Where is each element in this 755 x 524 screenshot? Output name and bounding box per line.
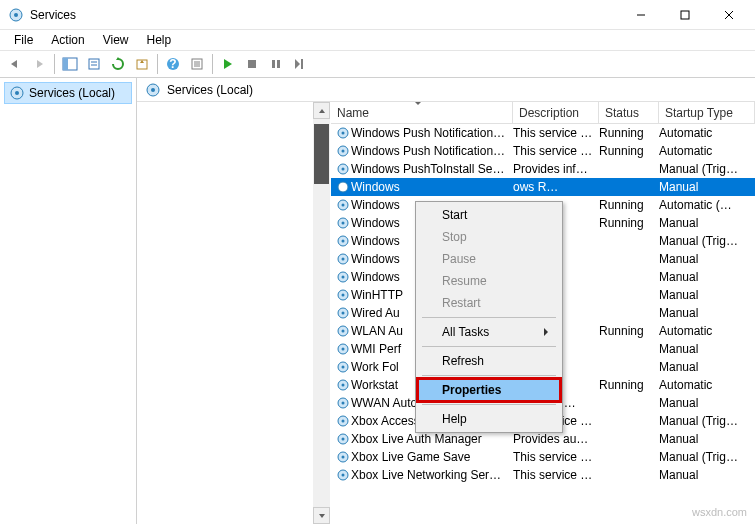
col-description[interactable]: Description <box>513 102 599 123</box>
context-start[interactable]: Start <box>418 204 560 226</box>
properties-toolbar-button[interactable] <box>186 53 208 75</box>
scroll-track[interactable] <box>313 119 330 507</box>
svg-point-51 <box>342 348 345 351</box>
menu-help[interactable]: Help <box>139 31 180 49</box>
cell-startup: Manual <box>659 468 755 482</box>
context-properties[interactable]: Properties <box>418 379 560 401</box>
gear-icon <box>331 269 351 285</box>
menu-file[interactable]: File <box>6 31 41 49</box>
scroll-up-button[interactable] <box>313 102 330 119</box>
svg-rect-3 <box>681 11 689 19</box>
cell-name: Windows PushToInstall Serv… <box>351 162 513 176</box>
close-button[interactable] <box>707 1 751 29</box>
gear-icon <box>331 359 351 375</box>
context-help[interactable]: Help <box>418 408 560 430</box>
pane-title: Services (Local) <box>167 83 253 97</box>
gear-icon <box>331 467 351 483</box>
scrollbar-v-left[interactable] <box>313 102 330 524</box>
service-row[interactable]: Xbox Live Networking ServiceThis service… <box>331 466 755 484</box>
context-separator <box>422 346 556 347</box>
context-menu: StartStopPauseResumeRestartAll TasksRefr… <box>415 201 563 433</box>
context-separator <box>422 375 556 376</box>
cell-status: Running <box>599 378 659 392</box>
context-pause: Pause <box>418 248 560 270</box>
svg-point-53 <box>342 366 345 369</box>
cell-name: Windows Push Notification… <box>351 126 513 140</box>
export-button[interactable] <box>131 53 153 75</box>
cell-status: Running <box>599 198 659 212</box>
toolbar-separator <box>157 54 158 74</box>
gear-icon <box>331 125 351 141</box>
svg-point-41 <box>342 258 345 261</box>
col-startup[interactable]: Startup Type <box>659 102 755 123</box>
pause-service-button[interactable] <box>265 53 287 75</box>
context-separator <box>422 404 556 405</box>
menu-view[interactable]: View <box>95 31 137 49</box>
svg-point-39 <box>342 240 345 243</box>
svg-point-35 <box>342 204 345 207</box>
back-button[interactable] <box>4 53 26 75</box>
minimize-button[interactable] <box>619 1 663 29</box>
svg-point-61 <box>342 438 345 441</box>
svg-point-29 <box>342 150 345 153</box>
svg-point-57 <box>342 402 345 405</box>
start-service-button[interactable] <box>217 53 239 75</box>
context-all-tasks[interactable]: All Tasks <box>418 321 560 343</box>
scroll-thumb[interactable] <box>314 124 329 184</box>
svg-point-31 <box>342 168 345 171</box>
service-row[interactable]: Windowsows R…Manual <box>331 178 755 196</box>
svg-point-25 <box>151 88 155 92</box>
context-refresh[interactable]: Refresh <box>418 350 560 372</box>
column-headers: Name Description Status Startup Type <box>331 102 755 124</box>
svg-point-45 <box>342 294 345 297</box>
maximize-button[interactable] <box>663 1 707 29</box>
cell-description: ows R… <box>513 180 599 194</box>
svg-point-59 <box>342 420 345 423</box>
service-row[interactable]: Windows PushToInstall Serv…Provides inf…… <box>331 160 755 178</box>
col-name[interactable]: Name <box>331 102 513 123</box>
col-status[interactable]: Status <box>599 102 659 123</box>
svg-rect-20 <box>277 60 280 68</box>
cell-startup: Manual <box>659 432 755 446</box>
service-row[interactable]: Windows Push Notification…This service …… <box>331 142 755 160</box>
tree-pane: Services (Local) <box>0 78 137 524</box>
context-separator <box>422 317 556 318</box>
toolbar-separator <box>54 54 55 74</box>
service-row[interactable]: Xbox Live Game SaveThis service …Manual … <box>331 448 755 466</box>
forward-button[interactable] <box>28 53 50 75</box>
gear-icon <box>331 197 351 213</box>
menu-action[interactable]: Action <box>43 31 92 49</box>
svg-rect-19 <box>272 60 275 68</box>
cell-name: Windows <box>351 180 513 194</box>
services-app-icon <box>8 7 24 23</box>
gear-icon <box>331 161 351 177</box>
cell-startup: Manual <box>659 360 755 374</box>
svg-point-37 <box>342 222 345 225</box>
show-hide-tree-button[interactable] <box>59 53 81 75</box>
stop-service-button[interactable] <box>241 53 263 75</box>
cell-description: This service … <box>513 126 599 140</box>
gear-icon <box>331 305 351 321</box>
gear-icon <box>331 179 351 195</box>
refresh-button[interactable] <box>107 53 129 75</box>
toolbar-separator <box>212 54 213 74</box>
cell-name: Xbox Live Networking Service <box>351 468 513 482</box>
menubar: FileActionViewHelp <box>0 30 755 50</box>
cell-startup: Manual <box>659 180 755 194</box>
tree-root-label: Services (Local) <box>29 86 115 100</box>
gear-icon <box>331 233 351 249</box>
scroll-down-button[interactable] <box>313 507 330 524</box>
submenu-arrow-icon <box>544 328 552 336</box>
svg-rect-18 <box>248 60 256 68</box>
restart-service-button[interactable] <box>289 53 311 75</box>
svg-rect-7 <box>63 58 68 70</box>
cell-description: Provides au… <box>513 432 599 446</box>
tree-root-node[interactable]: Services (Local) <box>4 82 132 104</box>
svg-point-49 <box>342 330 345 333</box>
export-list-button[interactable] <box>83 53 105 75</box>
help-button[interactable]: ? <box>162 53 184 75</box>
cell-startup: Automatic (… <box>659 198 755 212</box>
service-row[interactable]: Windows Push Notification…This service …… <box>331 124 755 142</box>
watermark: wsxdn.com <box>692 506 747 518</box>
cell-status: Running <box>599 216 659 230</box>
